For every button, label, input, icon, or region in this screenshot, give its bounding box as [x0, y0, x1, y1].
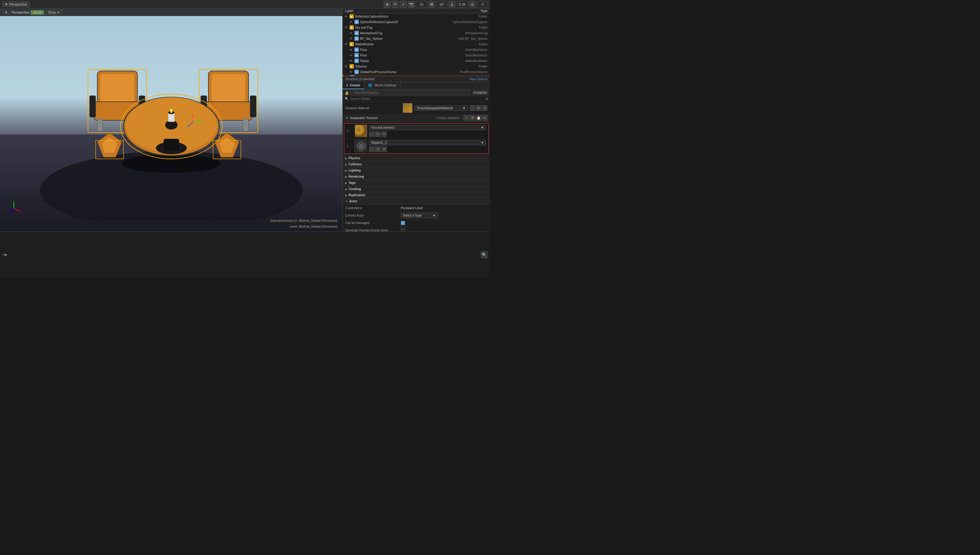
outliner-statue[interactable]: 👁 ■ Statue StaticMeshActor — [348, 58, 490, 64]
swappable-container: 0 GroundLeaves01 ▼ ← ↻ ✕ — [344, 123, 489, 154]
convert-actor-dropdown[interactable]: Select a Type ▼ — [401, 213, 438, 218]
eye-icon: 👁 — [349, 32, 353, 35]
eye-icon: 👁 — [344, 26, 348, 29]
tex1-clear[interactable]: ✕ — [381, 146, 387, 152]
convert-actor-label: Convert Actor — [345, 214, 401, 217]
world-settings-tab[interactable]: 🌐 World Settings — [364, 82, 401, 89]
outliner-postprocess[interactable]: 👁 ◈ GlobalPostProcessVolume PostProcessV… — [348, 69, 490, 75]
details-tab[interactable]: ℹ Details — [343, 82, 364, 89]
bottom-search-btn[interactable]: 🔍 — [481, 252, 488, 258]
outliner-sky-fog[interactable]: 👁 ▶ Sky and Fog Folder — [343, 25, 490, 30]
texture-dropdown-0[interactable]: GroundLeaves01 ▼ — [369, 125, 486, 130]
swappable-title: Swappable Textures — [350, 116, 435, 120]
perspective-viewport-label: Perspective — [12, 11, 29, 14]
scale-btn[interactable]: ⤢ — [400, 1, 407, 8]
scene-outliner: Label Type 👁 ▶ ReflectionCaptureActors F… — [343, 9, 490, 77]
paste-btn[interactable]: 📋 — [476, 115, 481, 120]
collision-section[interactable]: ▶ Collision — [343, 161, 490, 167]
folder-icon: ▶ — [349, 25, 354, 30]
add-element-btn[interactable]: + — [463, 115, 469, 120]
actor-arrow: ▼ — [345, 200, 348, 203]
tex0-clear[interactable]: ✕ — [381, 132, 387, 137]
svg-rect-16 — [243, 119, 249, 131]
material-reset-btn[interactable]: ↻ — [476, 105, 481, 111]
viewport[interactable]: ▼ Perspective 🔆 Lit Show ▼ — [0, 9, 343, 231]
perspective-btn[interactable]: ▼ Perspective — [2, 2, 30, 7]
actor-section-header[interactable]: ▼ Actor — [343, 198, 490, 205]
replication-label: Replication — [349, 193, 365, 197]
dynamic-material-label: Dynamic Material — [345, 106, 401, 110]
view-options-btn[interactable]: View Options — [469, 77, 488, 81]
eye-icon: 👁 — [349, 20, 353, 24]
translate-btn[interactable]: ⊕ — [384, 1, 391, 8]
folder-icon: ▶ — [349, 42, 354, 46]
svg-rect-3 — [100, 74, 134, 102]
texture-index-0: 0 — [347, 129, 353, 133]
selected-in-value: Persistent Level — [401, 206, 488, 210]
lit-btn[interactable]: 🔆 Lit — [31, 10, 44, 15]
can-be-damaged-checkbox[interactable] — [401, 221, 405, 225]
material-thumbnail — [402, 103, 412, 113]
tex0-goto[interactable]: ← — [369, 132, 375, 137]
outliner-bp-sky[interactable]: 👁 ◈ BP_Sky_Sphere Edit BP_Sky_Sphere — [348, 36, 490, 41]
search-details-input[interactable] — [350, 97, 484, 101]
convert-actor-row: Convert Actor Select a Type ▼ — [343, 212, 490, 219]
texture-index-1: 1 — [347, 144, 353, 148]
folder-icon: ▶ — [349, 14, 354, 19]
viewport-dropdown[interactable]: ▼ — [2, 10, 11, 15]
outliner-row-1[interactable]: 👁 ◈ SphereReflectionCapture10 SphereRefl… — [348, 19, 490, 25]
viewport-toolbar: ▼ Perspective 🔆 Lit Show ▼ — [0, 9, 343, 16]
svg-point-48 — [360, 146, 362, 147]
details-icon: ℹ — [346, 83, 348, 87]
world-icon: 🌐 — [368, 83, 372, 87]
grid-btn[interactable]: ⊞ — [428, 1, 435, 8]
texture-dropdown-1[interactable]: Ripple01_C ▼ — [369, 140, 486, 145]
perspective-label: Perspective — [9, 2, 27, 6]
tags-section-header[interactable]: ▶ Tags — [343, 180, 490, 186]
label-header: Label — [345, 9, 353, 13]
texture-thumb-0 — [355, 125, 367, 137]
rendering-section[interactable]: ▶ Rendering — [343, 174, 490, 180]
outliner-row-0[interactable]: 👁 ▶ ReflectionCaptureActors Folder — [343, 14, 490, 19]
selected-actor-status: Selected Actor(s) in: Minimal_Default (P… — [268, 218, 340, 223]
rotate-btn[interactable]: ↻ — [392, 1, 399, 8]
scale-btn2[interactable]: ⧈ — [469, 1, 476, 8]
selected-objects-input[interactable] — [351, 90, 470, 95]
outliner-floor1[interactable]: 👁 ■ Floor StaticMeshActor — [348, 47, 490, 53]
show-btn[interactable]: Show ▼ — [45, 10, 63, 15]
physics-section[interactable]: ▶ Physics — [343, 155, 490, 161]
material-clear-btn[interactable]: ✕ — [482, 105, 488, 111]
furniture-svg — [76, 53, 267, 182]
outliner-floor2[interactable]: 👁 ■ Floor StaticMeshActor — [348, 53, 490, 58]
angle-btn[interactable]: ∠ — [449, 1, 455, 8]
texture-item-1: 1 Ripple01_C ▼ — [344, 138, 488, 154]
svg-rect-14 — [250, 96, 256, 117]
camera-btn[interactable]: 📷 — [408, 1, 415, 8]
search-icon: 🔍 — [344, 97, 349, 101]
bottom-arrow[interactable]: ▶ — [5, 253, 7, 257]
generate-overlap-checkbox[interactable] — [401, 228, 405, 232]
material-dropdown[interactable]: TextureSwappableMaterial ▼ — [414, 106, 468, 111]
material-goto-btn[interactable]: ← — [470, 105, 475, 111]
cooking-section[interactable]: ▶ Cooking — [343, 186, 490, 192]
lighting-section[interactable]: ▶ Lighting — [343, 167, 490, 174]
outliner-staticmeshes[interactable]: 👁 ▶ StaticMeshes Folder — [343, 41, 490, 47]
scene-area[interactable]: X Z Y Selected Actor(s) in: Minimal_Defa… — [0, 16, 343, 231]
delete-btn[interactable]: ✕ — [482, 115, 488, 120]
outliner-atm-fog[interactable]: 👁 ◈ AtmosphericFog AtmosphericFog — [348, 30, 490, 36]
copy-btn[interactable]: ⧉ — [470, 115, 475, 120]
tex1-goto[interactable]: ← — [369, 146, 375, 152]
bottom-panel: nt ▶ 🔍 — [0, 231, 490, 278]
mesh-icon: ◈ — [354, 37, 359, 41]
actor-section: 3 selected in Persistent Level Convert A… — [343, 205, 490, 231]
eye-icon: 👁 — [349, 37, 353, 40]
svg-rect-5 — [90, 96, 96, 117]
tex0-refresh[interactable]: ↻ — [375, 132, 381, 137]
level-status: Level: Minimal_Default (Persistent) — [287, 224, 340, 229]
svg-point-1 — [122, 154, 221, 173]
tex1-refresh[interactable]: ↻ — [375, 146, 381, 152]
outliner-volumes[interactable]: 👁 ▶ Volumes Folder — [343, 64, 490, 69]
svg-text:X: X — [20, 210, 22, 213]
replication-section[interactable]: ▶ Replication — [343, 192, 490, 198]
collision-arrow: ▶ — [345, 163, 348, 166]
